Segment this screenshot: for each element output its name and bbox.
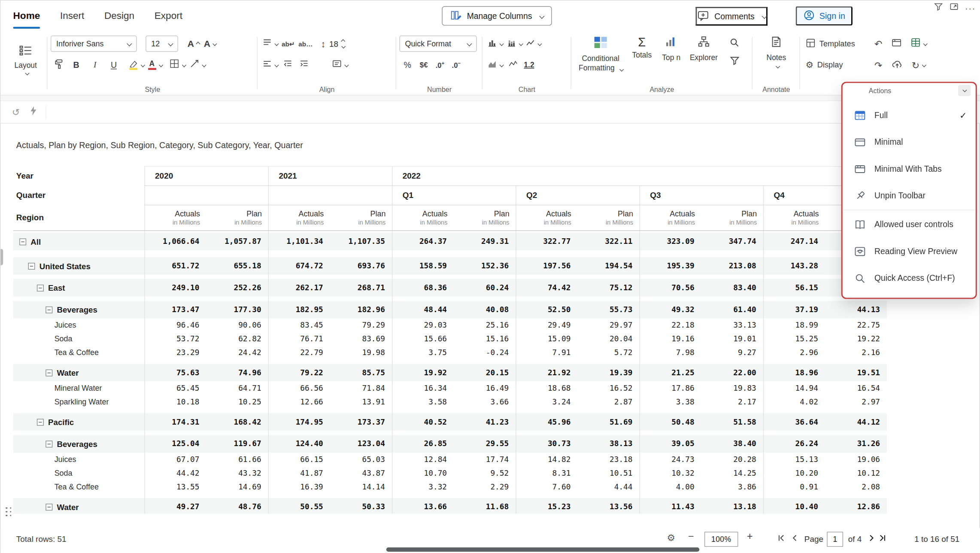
value-cell[interactable]: 125.04 bbox=[144, 439, 206, 448]
value-cell[interactable]: 13.56 bbox=[577, 502, 639, 511]
line-chart-button[interactable] bbox=[524, 35, 543, 52]
explorer-button[interactable]: Explorer bbox=[686, 30, 722, 85]
actions-menu-toggle[interactable] bbox=[958, 85, 971, 96]
row-header-cell[interactable]: Sparkling Water bbox=[13, 398, 145, 406]
stacked-chart-button[interactable] bbox=[505, 35, 524, 52]
value-cell[interactable]: 22.79 bbox=[268, 348, 330, 357]
value-cell[interactable]: 3.38 bbox=[639, 398, 701, 406]
row-header-cell[interactable]: Beverages bbox=[13, 305, 145, 314]
value-cell[interactable]: 143.28 bbox=[763, 261, 825, 270]
value-cell[interactable]: 2.29 bbox=[454, 483, 516, 491]
value-cell[interactable]: 322.77 bbox=[516, 237, 577, 246]
value-cell[interactable]: 40.08 bbox=[454, 305, 516, 314]
percent-button[interactable]: % bbox=[399, 56, 416, 74]
value-cell[interactable]: 40.52 bbox=[392, 418, 454, 426]
value-cell[interactable]: 67.07 bbox=[144, 455, 206, 464]
row-header-cell[interactable]: Soda bbox=[13, 469, 145, 477]
value-cell[interactable]: 17.86 bbox=[639, 384, 701, 392]
value-cell[interactable]: 51.69 bbox=[577, 418, 639, 426]
collapse-icon[interactable] bbox=[46, 441, 52, 447]
zoom-in-button[interactable]: + bbox=[747, 531, 753, 542]
value-cell[interactable]: 3.86 bbox=[701, 483, 763, 491]
value-cell[interactable]: 3.66 bbox=[454, 398, 516, 406]
decimal-format-button[interactable]: 1.2 bbox=[521, 56, 537, 74]
value-cell[interactable]: 12.86 bbox=[825, 502, 887, 511]
row-header-cell[interactable]: Water bbox=[13, 502, 145, 512]
value-cell[interactable]: 23.18 bbox=[577, 455, 639, 464]
value-cell[interactable]: 12.66 bbox=[268, 398, 330, 406]
value-cell[interactable]: 10.20 bbox=[763, 469, 825, 477]
value-cell[interactable]: 11.68 bbox=[454, 502, 516, 511]
previous-page-button[interactable] bbox=[791, 534, 799, 545]
value-cell[interactable]: 83.69 bbox=[330, 334, 392, 343]
value-cell[interactable]: 18.99 bbox=[763, 321, 825, 329]
value-cell[interactable]: 5.72 bbox=[577, 348, 639, 357]
menu-item-unpin-toolbar[interactable]: Unpin Toolbar bbox=[843, 182, 976, 209]
value-cell[interactable]: 262.17 bbox=[268, 283, 330, 292]
value-cell[interactable]: 173.37 bbox=[330, 418, 392, 426]
value-cell[interactable]: 264.37 bbox=[392, 237, 454, 246]
value-cell[interactable]: 123.04 bbox=[330, 439, 392, 448]
display-button[interactable]: ⚙ Display bbox=[806, 58, 866, 73]
value-cell[interactable]: 10.18 bbox=[144, 398, 206, 406]
value-cell[interactable]: 13.18 bbox=[701, 502, 763, 511]
value-cell[interactable]: 655.18 bbox=[206, 261, 268, 270]
value-cell[interactable]: 213.08 bbox=[701, 261, 763, 270]
collapse-icon[interactable] bbox=[46, 306, 52, 313]
value-cell[interactable]: 1,066.64 bbox=[144, 237, 206, 246]
value-cell[interactable]: 52.50 bbox=[516, 305, 577, 314]
value-cell[interactable]: 19.16 bbox=[639, 334, 701, 343]
value-cell[interactable]: 22.00 bbox=[701, 368, 763, 377]
quick-format-select[interactable]: Quick Format bbox=[399, 36, 477, 52]
value-cell[interactable]: 194.54 bbox=[577, 261, 639, 270]
measure-header[interactable]: Actualsin Millions bbox=[144, 205, 206, 231]
drag-handle-icon[interactable] bbox=[4, 506, 12, 517]
tab-export[interactable]: Export bbox=[155, 0, 182, 30]
value-cell[interactable]: 39.05 bbox=[639, 439, 701, 448]
measure-header[interactable]: Planin Millions bbox=[330, 205, 392, 231]
value-cell[interactable]: 50.48 bbox=[639, 418, 701, 426]
value-cell[interactable]: 24.42 bbox=[206, 348, 268, 357]
font-size-select[interactable]: 12 bbox=[146, 36, 178, 52]
decrease-indent-button[interactable] bbox=[280, 56, 296, 74]
value-cell[interactable]: 16.34 bbox=[392, 384, 454, 392]
vertical-align-button[interactable] bbox=[261, 35, 279, 52]
quarter-header[interactable]: Q3 bbox=[639, 185, 763, 205]
value-cell[interactable]: 55.73 bbox=[577, 305, 639, 314]
measure-header[interactable]: Planin Millions bbox=[577, 205, 639, 231]
totals-button[interactable]: Σ Totals bbox=[627, 30, 657, 85]
search-icon[interactable] bbox=[729, 37, 740, 51]
value-cell[interactable]: 37.19 bbox=[763, 305, 825, 314]
value-cell[interactable]: 182.95 bbox=[268, 305, 330, 314]
value-cell[interactable]: 195.39 bbox=[639, 261, 701, 270]
top-n-button[interactable]: Top n bbox=[657, 30, 686, 85]
row-header-cell[interactable]: Soda bbox=[13, 334, 145, 343]
value-cell[interactable]: 50.55 bbox=[268, 502, 330, 511]
filter-icon[interactable] bbox=[934, 2, 943, 14]
filter-funnel-icon[interactable] bbox=[729, 55, 740, 69]
value-cell[interactable]: 19.06 bbox=[825, 455, 887, 464]
decrease-decimal-button[interactable]: .0− bbox=[448, 56, 464, 74]
value-cell[interactable]: 4.00 bbox=[639, 483, 701, 491]
value-cell[interactable]: 15.25 bbox=[763, 334, 825, 343]
value-cell[interactable]: 16.39 bbox=[268, 483, 330, 491]
menu-item-quick-access-ctrl-f-[interactable]: Quick Access (Ctrl+F) bbox=[843, 264, 976, 292]
value-cell[interactable]: 16.49 bbox=[454, 384, 516, 392]
increase-decimal-button[interactable]: .0+ bbox=[432, 56, 448, 74]
value-cell[interactable]: 30.73 bbox=[516, 439, 577, 448]
menu-item-minimal-with-tabs[interactable]: Minimal With Tabs bbox=[843, 155, 976, 182]
value-cell[interactable]: 18.68 bbox=[516, 384, 577, 392]
value-cell[interactable]: 3.24 bbox=[516, 398, 577, 406]
area-chart-button[interactable] bbox=[485, 56, 504, 74]
value-cell[interactable]: 85.75 bbox=[330, 368, 392, 377]
italic-button[interactable]: I bbox=[85, 56, 104, 74]
year-header[interactable]: 2020 bbox=[144, 166, 268, 185]
value-cell[interactable]: 83.45 bbox=[268, 321, 330, 329]
value-cell[interactable]: 197.56 bbox=[516, 261, 577, 270]
refresh-button[interactable]: ↻ bbox=[912, 60, 925, 70]
row-header-cell[interactable]: Mineral Water bbox=[13, 384, 145, 392]
value-cell[interactable]: 61.40 bbox=[701, 305, 763, 314]
quarter-header[interactable]: Q1 bbox=[392, 185, 516, 205]
value-cell[interactable]: 29.55 bbox=[454, 439, 516, 448]
value-cell[interactable]: 168.42 bbox=[206, 418, 268, 426]
